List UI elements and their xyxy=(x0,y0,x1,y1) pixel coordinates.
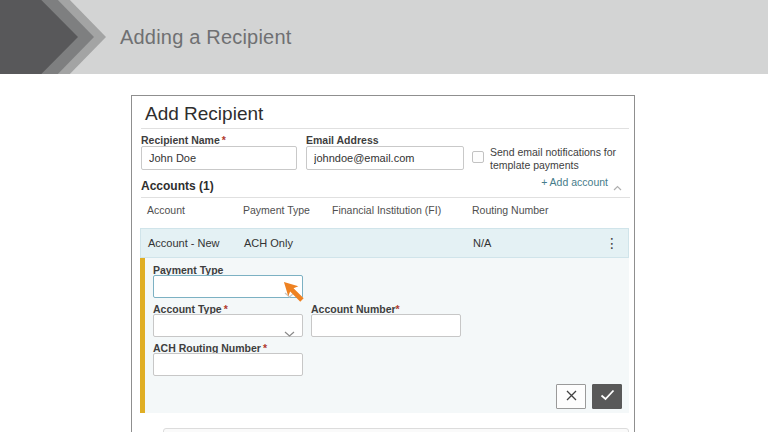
accounts-divider xyxy=(141,197,630,198)
add-account-link[interactable]: + Add account xyxy=(541,176,608,188)
chevron-up-icon[interactable] xyxy=(613,177,622,195)
accounts-heading: Accounts (1) xyxy=(141,179,214,193)
payment-type-select[interactable] xyxy=(153,275,303,298)
cell-routing-number: N/A xyxy=(473,229,491,257)
chevron-decoration-icon xyxy=(0,0,140,74)
ach-routing-number-input[interactable] xyxy=(153,353,303,376)
recipient-name-input[interactable] xyxy=(141,146,297,170)
col-header-payment-type: Payment Type xyxy=(243,204,310,216)
col-header-account: Account xyxy=(147,204,185,216)
email-notifications-checkbox[interactable] xyxy=(472,151,484,163)
page-banner: Adding a Recipient xyxy=(0,0,768,74)
check-icon xyxy=(600,389,615,404)
x-icon xyxy=(565,389,578,405)
confirm-button[interactable] xyxy=(592,384,622,409)
col-header-routing-number: Routing Number xyxy=(472,204,548,216)
account-type-select[interactable] xyxy=(153,314,303,337)
cell-payment-type: ACH Only xyxy=(244,229,293,257)
title-divider xyxy=(141,128,629,129)
email-address-input[interactable] xyxy=(306,146,464,170)
col-header-financial-institution: Financial Institution (FI) xyxy=(332,204,441,216)
account-editor-panel: Payment Type Account Type* xyxy=(140,258,629,413)
editor-accent-bar xyxy=(140,258,145,413)
chevron-down-icon xyxy=(284,323,295,341)
dialog-title: Add Recipient xyxy=(145,103,263,125)
add-recipient-dialog: Add Recipient Recipient Name* Email Addr… xyxy=(131,95,635,432)
cell-account: Account - New xyxy=(148,229,220,257)
screen: Adding a Recipient Add Recipient Recipie… xyxy=(0,0,768,432)
next-section-edge xyxy=(163,428,629,432)
kebab-menu-icon[interactable]: ⋮ xyxy=(604,229,620,257)
email-address-label: Email Address xyxy=(306,134,379,146)
account-table-row[interactable]: Account - New ACH Only N/A ⋮ xyxy=(140,228,629,258)
required-asterisk: * xyxy=(222,134,226,146)
cancel-button[interactable] xyxy=(556,384,586,409)
account-number-input[interactable] xyxy=(311,314,461,337)
orange-cursor-icon xyxy=(282,280,307,309)
recipient-name-label: Recipient Name* xyxy=(141,134,226,146)
page-title: Adding a Recipient xyxy=(120,0,292,74)
email-notifications-label: Send email notifications for template pa… xyxy=(490,146,632,172)
